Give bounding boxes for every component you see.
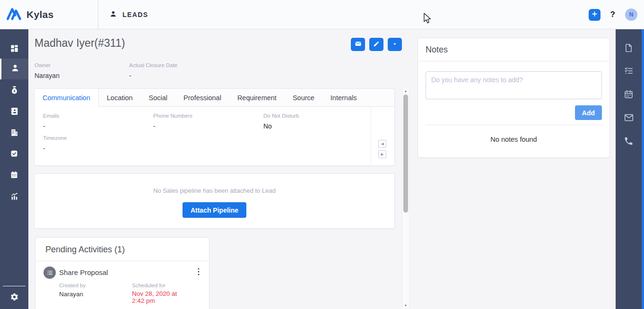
notes-card: Notes Add No notes found [418, 38, 610, 158]
add-note-button[interactable]: Add [575, 105, 602, 120]
scrollbar-thumb[interactable] [403, 94, 408, 213]
detail-value: - [153, 122, 252, 130]
panel-item-email[interactable] [616, 108, 642, 129]
document-icon [624, 43, 634, 55]
prev-page-button[interactable]: ◀ [378, 140, 386, 148]
detail-phone-numbers: Phone Numbers - [153, 113, 252, 130]
detail-do-not-disturb: Do Not Disturb No [263, 113, 363, 130]
sidebar-item-reports[interactable] [0, 187, 28, 207]
panel-item-documents[interactable] [616, 38, 642, 59]
sidebar-divider [3, 286, 26, 286]
edit-lead-button[interactable] [369, 38, 383, 51]
page-scrollbar[interactable] [642, 29, 644, 309]
pipeline-empty-message: No Sales pipeline has been attached to L… [153, 187, 276, 194]
top-bar: Kylas LEADS ? N [0, 0, 644, 29]
gear-icon [10, 292, 19, 303]
scroll-down-icon[interactable]: ▼ [402, 304, 409, 307]
activity-item[interactable]: Share Proposal Created by Narayan Schedu… [35, 261, 209, 309]
notes-divider [426, 125, 602, 125]
chevron-down-icon [392, 41, 398, 48]
app-window: Kylas LEADS ? N [0, 0, 644, 309]
quick-add-button[interactable] [589, 9, 600, 21]
kylas-logo-icon [5, 5, 23, 25]
sidebar-item-leads[interactable] [0, 59, 28, 79]
help-button[interactable]: ? [610, 10, 615, 19]
calendar-icon [10, 171, 18, 181]
building-icon [10, 128, 19, 139]
activity-menu-button[interactable] [194, 267, 203, 277]
checklist-icon [624, 66, 634, 78]
detail-label: Do Not Disturb [263, 113, 363, 119]
activity-scheduled-for: Scheduled for Nov 28, 2020 at 2:42 pm [132, 283, 188, 305]
arrow-right-icon: ▶ [381, 152, 383, 156]
panel-item-checklist[interactable] [616, 61, 642, 82]
contact-book-icon [10, 107, 19, 118]
tab-social[interactable]: Social [141, 89, 176, 106]
brand-name: Kylas [26, 9, 54, 20]
topbar-right: ? N [589, 0, 637, 29]
tab-internals[interactable]: Internals [322, 89, 365, 106]
sidebar-item-deals[interactable]: $ [0, 80, 28, 101]
kebab-icon [198, 268, 200, 277]
detail-pager-rail: ◀ ▶ [371, 107, 394, 165]
detail-label: Phone Numbers [153, 113, 252, 119]
activity-type-icon [44, 266, 56, 279]
notes-title: Notes [418, 38, 609, 61]
scheduled-for-value: Nov 28, 2020 at 2:42 pm [132, 291, 188, 305]
detail-value: No [263, 122, 363, 130]
calendar-outline-icon [624, 89, 634, 101]
notes-empty-message: No notes found [426, 136, 602, 143]
envelope-outline-icon [624, 112, 634, 125]
field-value: - [129, 72, 224, 79]
detail-value: - [43, 145, 142, 152]
sidebar-item-contacts[interactable] [0, 102, 28, 122]
pencil-icon [373, 41, 380, 49]
activity-created-by: Created by Narayan [59, 283, 86, 298]
detail-timezone: Timezone - [43, 135, 142, 152]
task-check-icon [10, 149, 18, 160]
panel-item-call[interactable] [616, 131, 642, 152]
panel-item-calendar[interactable] [616, 85, 642, 105]
scheduled-for-label: Scheduled for [132, 283, 188, 288]
person-icon [109, 10, 117, 19]
detail-label: Emails [43, 113, 142, 119]
note-input[interactable] [426, 71, 602, 99]
scroll-up-icon[interactable]: ▲ [402, 89, 409, 93]
dashboard-icon [10, 44, 19, 55]
sidebar-item-companies[interactable] [0, 123, 28, 144]
detail-emails: Emails - [43, 113, 142, 130]
tab-bar: Communication Location Social Profession… [35, 89, 394, 107]
tab-requirement[interactable]: Requirement [229, 89, 285, 106]
lead-actions [351, 38, 402, 51]
next-page-button[interactable]: ▶ [378, 150, 386, 158]
attach-pipeline-button[interactable]: Attach Pipeline [183, 202, 246, 218]
notes-body: Add No notes found [418, 61, 609, 143]
tab-location[interactable]: Location [99, 89, 141, 106]
activity-name: Share Proposal [59, 268, 108, 276]
brand[interactable]: Kylas [5, 0, 54, 29]
pending-activities-card: Pending Activities (1) Share Proposal [35, 237, 209, 309]
envelope-icon [355, 40, 362, 49]
sidebar-item-calendar[interactable] [0, 165, 28, 186]
lead-title: Madhav Iyer(#311) [35, 37, 125, 50]
tab-source[interactable]: Source [285, 89, 322, 106]
leads-person-icon [10, 63, 20, 75]
created-by-value: Narayan [59, 291, 86, 298]
money-bag-icon: $ [10, 86, 19, 96]
tab-professional[interactable]: Professional [175, 89, 229, 106]
content-scrollbar[interactable]: ▲ ▼ [402, 87, 409, 309]
plus-icon [592, 11, 598, 18]
summary-field-actual-closure-date: Actual Closure Date - [129, 62, 224, 79]
more-actions-button[interactable] [388, 38, 402, 51]
avatar[interactable]: N [625, 9, 637, 21]
detail-label: Timezone [43, 135, 142, 141]
tab-communication[interactable]: Communication [35, 89, 99, 107]
sidebar-item-tasks[interactable] [0, 144, 28, 165]
sidebar-item-dashboard[interactable] [0, 39, 28, 60]
pipeline-card: No Sales pipeline has been attached to L… [34, 173, 395, 229]
send-email-button[interactable] [351, 38, 365, 51]
sidebar-item-settings[interactable] [0, 287, 28, 308]
created-by-label: Created by [59, 283, 86, 288]
field-label: Actual Closure Date [129, 62, 224, 68]
field-label: Owner [35, 62, 129, 68]
